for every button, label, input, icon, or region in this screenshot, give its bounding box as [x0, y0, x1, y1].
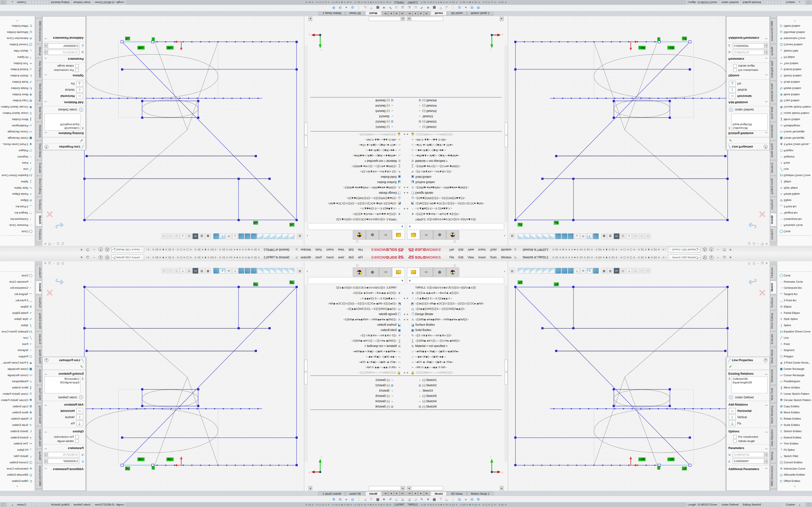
expand-arrow-icon[interactable]: ▶ — [402, 133, 405, 136]
markup-icon[interactable]: ✎ — [387, 6, 394, 10]
relations-listbox[interactable]: Collinear108Equal length109 — [45, 376, 81, 393]
command-tab[interactable]: Features — [36, 265, 42, 280]
tree-row[interactable]: ▶ 🔒 ○ƸƧƷΞИN∀⊓+○◦○+⊓∀NИƷΞƸƧ○ — [308, 132, 406, 137]
command-tab[interactable]: Weldments — [770, 122, 776, 140]
length-field[interactable]: 10.88152731 — [48, 50, 79, 55]
menu-item[interactable]: Tools — [488, 247, 499, 252]
markup-icon[interactable]: ◕ — [463, 497, 469, 501]
markup-icon[interactable]: ⧩ — [368, 497, 374, 501]
pin-icon[interactable]: ⚲ — [513, 255, 517, 259]
view-toolbar-icon[interactable]: · — [599, 268, 601, 273]
relation-badge[interactable]: ⊿3 — [554, 221, 559, 225]
tree-row[interactable]: ⊞ (-) Sketch6 — [308, 98, 406, 103]
view-toolbar-icon[interactable] — [549, 268, 555, 274]
menu-item[interactable]: Edit — [347, 247, 356, 252]
markup-icon[interactable]: ◎ — [349, 6, 356, 10]
tool-button[interactable]: ⠿ Linear Sketch Pattern — [0, 391, 35, 397]
command-tab[interactable]: Sheet Metal — [770, 141, 776, 160]
angle-spinner[interactable]: ▲▼ — [44, 44, 47, 48]
relation-badge[interactable]: ⊿3 — [290, 223, 294, 226]
tool-button[interactable]: ⊞ Copy Entities — [777, 403, 812, 409]
tab-featuremanager-tree[interactable] — [407, 230, 420, 239]
view-toolbar-icon[interactable] — [530, 233, 536, 239]
panel-help-icon[interactable]: ? — [764, 145, 767, 149]
expand-arrow-icon[interactable]: ▶ — [407, 297, 410, 299]
relation-badge[interactable]: ⊿3 — [518, 281, 522, 284]
markup-icon[interactable]: ▦ — [374, 6, 381, 10]
view-toolbar-icon[interactable]: ✑ — [167, 233, 173, 239]
tree-row[interactable]: ▶ 🔒 ○ƸƧƷΞИN∀⊓+○◦○+⊓∀NИƷΞƸƧ○ — [308, 370, 406, 375]
markup-icon[interactable]: ▦ — [431, 6, 438, 10]
tab-scroll-button[interactable]: ◀ — [412, 491, 418, 496]
tool-button[interactable]: ▭ Corner Rectangle — [777, 129, 812, 135]
view-toolbar-icon[interactable]: ▦ — [205, 268, 211, 274]
minimize-button[interactable]: – — [91, 248, 97, 251]
tree-row[interactable] — [310, 376, 406, 377]
markup-icon[interactable]: ◪ — [406, 6, 412, 10]
relation-item[interactable]: Equal length109 — [46, 123, 79, 126]
tool-button[interactable]: ╱ Line — [777, 166, 812, 172]
ok-button[interactable]: ✓ — [726, 363, 769, 370]
quick-access-toolbar[interactable]: ⊙ ƷΞ ⊙ Ш ⊙ ⊙ ⊙ ♣ ⊙ ƆC ⊙ ƷΞ ⊙ · ⊙ ƸƧ ⊙ ♟ … — [146, 256, 260, 259]
tool-button[interactable]: ƒx Equation Driven Curve — [777, 328, 812, 335]
doc-window-button[interactable]: ◫ — [753, 262, 755, 265]
tool-button[interactable]: ╰ Fit Spline — [0, 447, 35, 453]
tool-button[interactable]: ◗ Partial Ellipse — [0, 310, 35, 316]
doc-window-button[interactable]: ✕ — [766, 242, 768, 245]
parameters-header[interactable]: Parameters︿ — [43, 445, 86, 451]
tree-row[interactable] — [310, 409, 406, 411]
tool-button[interactable]: ⇗ Scale Entities — [777, 422, 812, 428]
command-tab[interactable]: MBD Dimensions — [36, 18, 42, 44]
tree-row[interactable]: ⊞ (-) Sketch2 — [308, 383, 406, 388]
tree-row[interactable]: ∑ ○ƸƧИN◉◦♣∀⊓ƷΞ○◦○ƷΞ⊓∀♣◦◉NИƸƧ○ — [308, 164, 406, 169]
tree-row[interactable]: ◶ ○ƸƧ♟◉ƸƧИNƷΞƸƧ○◦○ƸƧƷΞNИƸƧ◉♟ƸƧ○ — [406, 195, 504, 201]
view-toolbar-icon[interactable]: ◑ — [587, 268, 592, 274]
menu-item[interactable]: Tools — [313, 255, 324, 260]
command-tab[interactable]: Sketch — [36, 213, 42, 226]
tree-row[interactable]: ⊞ (-) Sketch2 — [308, 119, 406, 124]
doc-window-button[interactable]: ◫ — [57, 242, 59, 245]
tree-row[interactable]: ◶ ○ƸƧ♟◉ƸƧИNƷΞƸƧ○◦○ƸƧƷΞNИƸƧ◉♟ƸƧ○ — [308, 195, 406, 201]
tool-button[interactable]: ▪ Point — [777, 341, 812, 347]
tree-row[interactable]: ⊞ (-) Sketch6 — [406, 98, 504, 103]
tool-button[interactable]: ⊏ Offset Entities — [777, 23, 812, 29]
markup-icon[interactable]: ∟ — [444, 497, 450, 501]
view-toolbar-icon[interactable]: ⤓ — [232, 268, 238, 274]
tree-row[interactable]: ▱ ○♣ИN◉♟+○Ж◉[○◦○]◉Ж○+♟◉NИ♣○ — [308, 349, 406, 354]
tree-row[interactable]: ⌐ Sketch3 — [406, 114, 504, 119]
relation-badge[interactable]: ⊿3 — [125, 37, 130, 40]
tree-row[interactable]: ⌐ (-) Sketch5 — [406, 108, 504, 114]
doc-window-button[interactable]: ✕ — [766, 262, 768, 265]
tool-button[interactable]: ✂ Trim Entities — [0, 60, 35, 67]
tool-button[interactable]: ⊏ Offset Entities — [0, 23, 35, 29]
menu-item[interactable]: File — [356, 247, 365, 252]
tool-button[interactable]: ▭ Corner Rectangle — [0, 129, 35, 135]
markup-icon[interactable]: ⊟ — [337, 497, 343, 501]
tool-button[interactable]: ∥ Mirror Entities — [777, 384, 812, 391]
command-tab[interactable]: Data Migration — [770, 58, 776, 80]
expand-arrow-icon[interactable]: ▶ — [402, 313, 405, 315]
tree-row[interactable]: ⌐ Sketch3 — [308, 388, 406, 393]
menu-item[interactable]: Window — [298, 255, 313, 260]
tool-button[interactable]: ∥ Mirror Entities — [0, 116, 35, 123]
tool-button[interactable]: ◌ Perimeter Circle — [777, 279, 812, 285]
command-tab[interactable]: Features — [770, 227, 776, 242]
view-tab[interactable]: Motion Study 1 — [467, 492, 494, 496]
tab-featuremanager-tree[interactable] — [407, 268, 420, 277]
tree-row[interactable]: ▱ ○♣ИN◉♟+○Ж◉[○◦○]◉Ж○+♟◉NИ♣○ — [406, 349, 504, 354]
tree-row[interactable]: ▶ ◔ ○人♟◉♣ƸƧ◦Ɛ○◦○Ɛ◦ƸƧ♣◉♟人○ — [308, 295, 406, 301]
cancel-sketch-corner-icon[interactable]: ✕ — [46, 287, 54, 298]
view-toolbar-icon[interactable]: ↩ — [193, 233, 198, 239]
checkbox[interactable] — [75, 64, 79, 68]
doc-window-button[interactable]: ❐ — [761, 262, 763, 265]
view-toolbar-icon[interactable]: ▤ — [297, 268, 303, 274]
view-toolbar-icon[interactable]: ✕ — [161, 233, 167, 239]
relation-button[interactable]: — — [729, 94, 735, 99]
tool-button[interactable]: ⬠ Polygon — [777, 353, 812, 359]
command-tab[interactable]: Surfaces — [770, 295, 776, 310]
relation-item[interactable]: Collinear108 — [46, 126, 79, 130]
tab-featuremanager-tree[interactable] — [392, 230, 405, 239]
view-tab[interactable]: Model — [365, 11, 382, 15]
tool-button[interactable]: ◡ 3 Point Arc — [777, 204, 812, 210]
relation-button[interactable]: ⚓ — [729, 420, 735, 426]
